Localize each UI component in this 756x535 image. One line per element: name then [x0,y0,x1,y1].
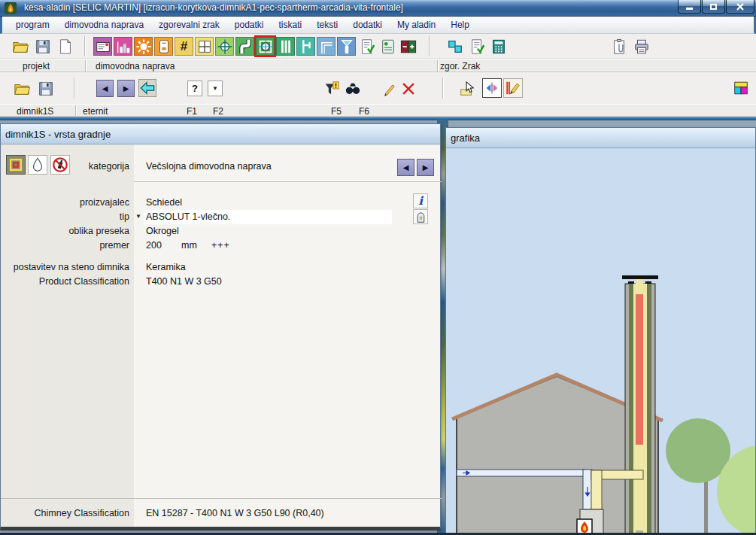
postavitev-value: Keramika [146,262,186,272]
menu-zgorevalni-zrak[interactable]: zgorevalni zrak [151,17,227,32]
close-button[interactable] [726,0,754,14]
premer-label: premer [1,240,129,251]
proizvajalec-value: Schiedel [146,197,182,208]
label-projekt: projekt [23,61,50,71]
go-back-arrow-icon[interactable] [138,79,156,97]
row-divider [134,181,442,182]
vrsta-gradnje-window: dimnik1S - vrsta gradnje kategorija Večs… [0,123,441,530]
clipboard-icon[interactable] [609,37,628,56]
search-binoculars-icon[interactable] [343,79,362,98]
branch-pipe-icon[interactable] [296,37,315,56]
menu-tiskati[interactable]: tiskati [272,17,310,32]
kategorija-value: Večslojna dimovodna naprava [146,161,272,172]
dropdown-button[interactable]: ▼ [208,81,223,96]
grid-hash-icon[interactable]: # [175,37,193,56]
vrsta-window-title: dimnik1S - vrsta gradnje [5,129,111,140]
grafika-window: grafika [445,127,756,535]
kategorija-prev-button[interactable]: ◀ [397,159,414,176]
rename-pencil-icon[interactable] [378,79,396,98]
pointer-select-icon[interactable] [457,79,476,98]
paint-lines-icon[interactable] [503,78,523,98]
nav-toolbar: ◀ ▶ ? ▼ A 8 [0,72,756,104]
print-icon[interactable] [632,37,651,56]
nav-toolbar-labels: dimnik1S eternit F1 F2 F5 F6 [0,104,756,117]
air-checklist-icon[interactable] [468,37,487,56]
menubar: program dimovodna naprava zgorevalni zra… [0,17,756,34]
grafika-canvas[interactable] [446,148,755,534]
new-project-icon[interactable] [56,37,74,56]
grafika-window-title: grafika [451,132,480,144]
tree-trunk [704,479,708,534]
colors-cmyk-icon[interactable] [731,78,750,97]
pipe-funnel-icon[interactable] [337,37,356,56]
main-toolbar: # [0,34,756,59]
menu-help[interactable]: Help [443,17,477,32]
forward-icon: ▶ [123,84,129,93]
device-check-icon[interactable] [378,37,397,56]
sun-icon[interactable] [134,37,153,56]
open-project-icon[interactable] [11,37,29,56]
label-dimovodna-naprava: dimovodna naprava [96,61,175,71]
air-pieces-icon[interactable] [445,37,464,56]
forward-icon: ▶ [423,163,429,172]
label-dimnik1s: dimnik1S [17,106,53,117]
crosshair-icon[interactable] [215,37,234,56]
prev-button[interactable]: ◀ [96,80,114,97]
label-f5: F5 [331,106,342,117]
menu-program[interactable]: program [8,17,57,32]
manufacturer-info-button[interactable]: i [413,193,428,208]
menu-dimovodna-naprava[interactable]: dimovodna naprava [57,17,151,32]
chimney [622,275,658,534]
mirror-arrows-icon[interactable] [482,78,502,98]
label-f6: F6 [359,106,369,117]
minimize-button[interactable] [678,0,701,14]
label-eternit: eternit [83,106,108,117]
menu-podatki[interactable]: podatki [227,17,272,32]
boiler-icon[interactable] [154,37,173,56]
product-classification-label: Product Classification [1,276,129,287]
premer-more-button[interactable]: +++ [211,240,230,251]
product-classification-value: T400 N1 W 3 G50 [146,276,222,287]
plus-minus-icon[interactable] [399,37,417,56]
kategorija-label: kategorija [1,161,129,172]
chart-icon[interactable] [114,37,132,56]
tip-dropdown-icon[interactable]: ▼ [135,213,141,220]
tip-input[interactable]: ABSOLUT 1-vlečno. [144,210,392,224]
stove-catalog-button[interactable] [413,209,428,224]
help-button[interactable]: ? [187,81,202,96]
oblika-preseka-label: oblika preseka [1,226,129,236]
window-panes-icon[interactable] [195,37,214,56]
menu-dodatki[interactable]: dodatki [345,17,390,32]
menu-teksti[interactable]: teksti [309,17,345,32]
main-toolbar-labels: projekt dimovodna naprava zgor. Zrak [0,59,756,72]
delete-x-icon[interactable] [399,79,417,98]
open-element-icon[interactable] [12,79,31,98]
chimney-section-icon-selected[interactable] [256,37,275,56]
flue-red [636,294,643,445]
project-info-icon[interactable] [93,37,112,56]
back-icon: ◀ [102,84,108,93]
menu-my-aladin[interactable]: My aladin [390,17,443,32]
vrsta-window-body: kategorija Večslojna dimovodna naprava ◀… [1,144,440,527]
row-divider [1,498,442,499]
chimney-classification-value: EN 15287 - T400 N1 W 3 G50 L90 (R0,40) [146,508,324,518]
app-icon [5,2,17,14]
kategorija-next-button[interactable]: ▶ [417,159,434,176]
s-pipe-icon[interactable] [235,37,254,56]
grafika-window-titlebar[interactable]: grafika [446,128,755,148]
label-zgor-zrak: zgor. Zrak [440,61,480,71]
maximize-button[interactable] [702,0,725,14]
oblika-preseka-value: Okrogel [146,226,179,236]
pipe-elbow-icon[interactable] [317,37,335,56]
vertical-flues-icon[interactable] [276,37,295,56]
next-button[interactable]: ▶ [117,80,135,97]
stove [577,509,603,534]
checklist-icon[interactable] [358,37,377,56]
vrsta-window-titlebar[interactable]: dimnik1S - vrsta gradnje [1,124,440,144]
window-titlebar[interactable]: kesa-aladin [SELIC MARTIN] [izracun-kory… [0,0,756,17]
save-project-icon[interactable] [33,37,52,56]
calculator-icon[interactable] [489,37,508,56]
filter-warning-icon[interactable] [322,79,341,98]
label-f1: F1 [187,106,197,117]
save-element-icon[interactable] [36,79,55,98]
